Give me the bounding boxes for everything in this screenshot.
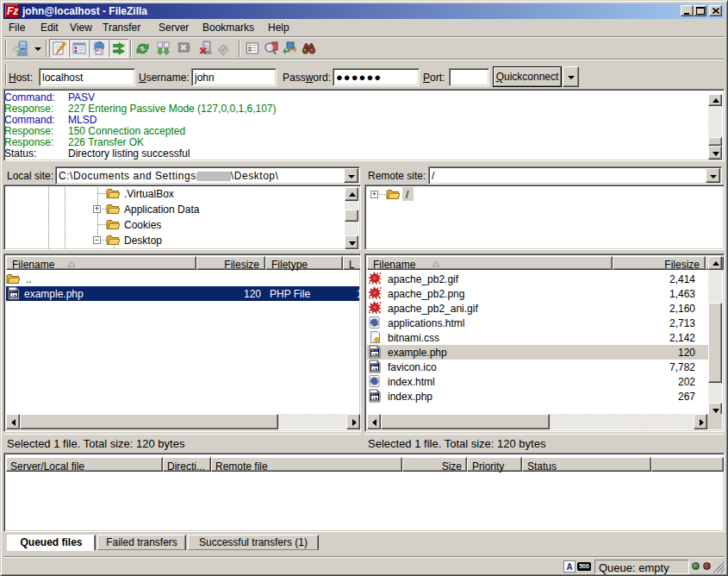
svg-text:Fz: Fz [7,5,18,17]
